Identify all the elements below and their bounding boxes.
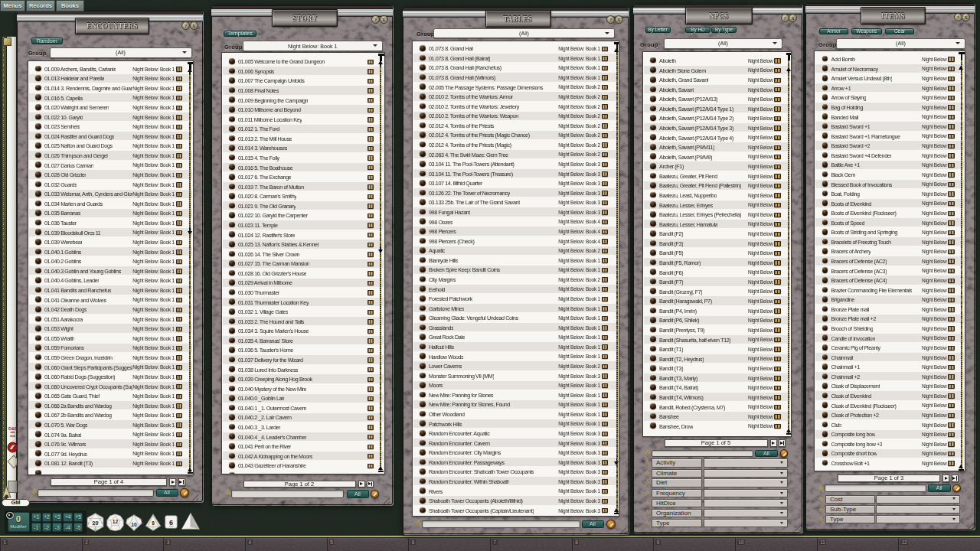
svg-text:8: 8: [152, 520, 155, 525]
svg-text:14: 14: [94, 528, 97, 531]
svg-text:10: 10: [131, 521, 137, 527]
svg-text:6: 6: [169, 519, 173, 527]
svg-text:20: 20: [93, 520, 99, 527]
svg-text:12: 12: [113, 519, 119, 524]
